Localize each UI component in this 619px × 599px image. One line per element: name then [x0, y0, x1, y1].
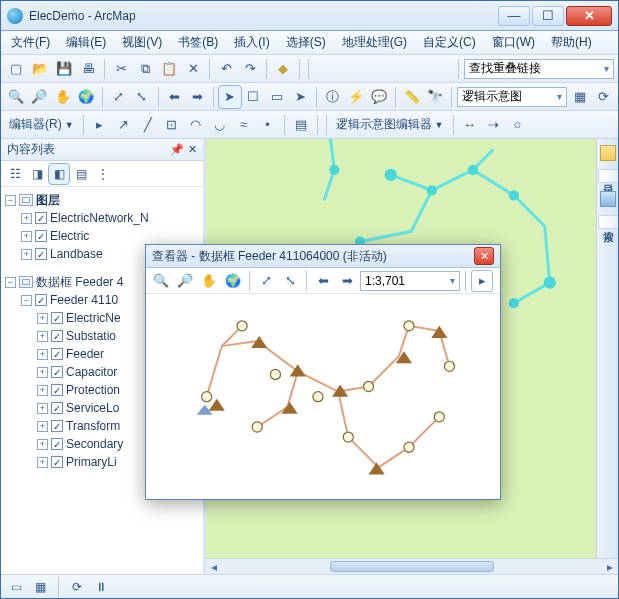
options-icon[interactable]: ⋮ — [93, 164, 113, 184]
layer-checkbox[interactable] — [35, 294, 47, 306]
viewer-next-icon[interactable]: ➡ — [336, 270, 358, 292]
open-icon[interactable]: 📂 — [29, 58, 51, 80]
schematic-link-icon[interactable]: ⇢ — [483, 114, 505, 136]
refresh-icon[interactable]: ⟳ — [68, 578, 86, 596]
fixed-zoom-in-icon[interactable]: ⤢ — [108, 86, 129, 108]
menu-bookmarks[interactable]: 书签(B) — [174, 32, 222, 53]
search-tab[interactable]: 搜索 — [598, 215, 618, 229]
layer-checkbox[interactable] — [51, 348, 63, 360]
data-view-icon[interactable]: ▭ — [7, 578, 25, 596]
find-overlap-combo[interactable]: 查找重叠链接 — [464, 59, 614, 79]
viewer-zoom-out-icon[interactable]: 🔎 — [174, 270, 196, 292]
layer-item[interactable]: Capacitor — [66, 365, 117, 379]
edit-trace-icon[interactable]: ≈ — [233, 114, 255, 136]
layer-checkbox[interactable] — [35, 248, 47, 260]
minimize-button[interactable]: — — [498, 6, 530, 26]
layer-item[interactable]: Electric — [50, 229, 89, 243]
edit-node-icon[interactable]: ⊡ — [161, 114, 183, 136]
scroll-thumb[interactable] — [330, 561, 495, 572]
viewer-close-button[interactable]: ✕ — [474, 247, 494, 265]
edit-sketch-icon[interactable]: ◠ — [185, 114, 207, 136]
menu-file[interactable]: 文件(F) — [7, 32, 54, 53]
menu-windows[interactable]: 窗口(W) — [488, 32, 539, 53]
feeder-group[interactable]: Feeder 4110 — [50, 293, 118, 307]
catalog-tab[interactable]: 目录 — [598, 169, 618, 183]
viewer-scale-combo[interactable]: 1:3,701 — [360, 271, 460, 291]
select-elements-icon[interactable]: ▭ — [266, 86, 287, 108]
layer-item[interactable]: ElectricNetwork_N — [50, 211, 149, 225]
expand-icon[interactable]: + — [21, 213, 32, 224]
edit-vertex-icon[interactable]: ↗ — [113, 114, 135, 136]
editor-dropdown[interactable]: 编辑器(R) ▼ — [5, 116, 78, 133]
layer-checkbox[interactable] — [51, 420, 63, 432]
scroll-left-icon[interactable]: ◂ — [206, 559, 222, 574]
layer-item[interactable]: ServiceLo — [66, 401, 119, 415]
pin-icon[interactable]: 📌 — [170, 143, 184, 156]
zoom-out-icon[interactable]: 🔎 — [28, 86, 49, 108]
expand-icon[interactable]: + — [37, 313, 48, 324]
measure-icon[interactable]: 📏 — [401, 86, 422, 108]
layer-checkbox[interactable] — [51, 312, 63, 324]
zoom-in-icon[interactable]: 🔍 — [5, 86, 26, 108]
select-features-icon[interactable]: ➤ — [219, 86, 240, 108]
schematic-move-icon[interactable]: ↔ — [459, 114, 481, 136]
menu-geoprocessing[interactable]: 地理处理(G) — [338, 32, 411, 53]
menu-insert[interactable]: 插入(I) — [230, 32, 273, 53]
collapse-icon[interactable]: − — [21, 295, 32, 306]
expand-icon[interactable]: + — [37, 403, 48, 414]
scroll-right-icon[interactable]: ▸ — [602, 559, 618, 574]
html-popup-icon[interactable]: 💬 — [369, 86, 390, 108]
clear-selection-icon[interactable]: ☐ — [243, 86, 264, 108]
pause-draw-icon[interactable]: ⏸ — [92, 578, 110, 596]
save-icon[interactable]: 💾 — [53, 58, 75, 80]
cut-icon[interactable]: ✂ — [110, 58, 132, 80]
pointer-icon[interactable]: ➤ — [290, 86, 311, 108]
edit-attributes-icon[interactable]: ▤ — [290, 114, 312, 136]
new-icon[interactable]: ▢ — [5, 58, 27, 80]
expand-icon[interactable]: + — [21, 231, 32, 242]
find-icon[interactable]: 🔭 — [425, 86, 446, 108]
list-by-visible-icon[interactable]: ◧ — [49, 164, 69, 184]
viewer-window[interactable]: 查看器 - 数据框 Feeder 411064000 (非活动) ✕ 🔍 🔎 ✋… — [145, 244, 501, 500]
viewer-canvas[interactable] — [146, 294, 500, 499]
group-layers[interactable]: 图层 — [36, 192, 60, 209]
horizontal-scrollbar[interactable]: ◂ ▸ — [206, 558, 618, 574]
identify-icon[interactable]: ⓘ — [322, 86, 343, 108]
layer-checkbox[interactable] — [35, 230, 47, 242]
add-data-icon[interactable]: ◆ — [272, 58, 294, 80]
group-feeder[interactable]: 数据框 Feeder 4 — [36, 274, 123, 291]
expand-icon[interactable]: + — [37, 421, 48, 432]
collapse-icon[interactable]: − — [5, 277, 16, 288]
layer-item[interactable]: Feeder — [66, 347, 104, 361]
viewer-full-extent-icon[interactable]: 🌍 — [222, 270, 244, 292]
layer-item[interactable]: Substatio — [66, 329, 116, 343]
layer-item[interactable]: ElectricNe — [66, 311, 121, 325]
layer-item[interactable]: Transform — [66, 419, 120, 433]
expand-icon[interactable]: + — [37, 457, 48, 468]
edit-arc-icon[interactable]: ◡ — [209, 114, 231, 136]
expand-icon[interactable]: + — [37, 349, 48, 360]
menu-customize[interactable]: 自定义(C) — [419, 32, 480, 53]
print-icon[interactable]: 🖶 — [77, 58, 99, 80]
viewer-titlebar[interactable]: 查看器 - 数据框 Feeder 411064000 (非活动) ✕ — [146, 245, 500, 268]
layer-checkbox[interactable] — [51, 438, 63, 450]
undo-icon[interactable]: ↶ — [215, 58, 237, 80]
schematic-combo[interactable]: 逻辑示意图 — [457, 87, 567, 107]
layer-item[interactable]: Protection — [66, 383, 120, 397]
list-by-source-icon[interactable]: ◨ — [27, 164, 47, 184]
paste-icon[interactable]: 📋 — [158, 58, 180, 80]
menu-help[interactable]: 帮助(H) — [547, 32, 596, 53]
viewer-zoom-in-icon[interactable]: 🔍 — [150, 270, 172, 292]
expand-icon[interactable]: + — [21, 249, 32, 260]
fixed-zoom-out-icon[interactable]: ⤡ — [131, 86, 152, 108]
expand-icon[interactable]: + — [37, 439, 48, 450]
layer-checkbox[interactable] — [51, 384, 63, 396]
schematic-tool-icon[interactable]: ▦ — [569, 86, 590, 108]
next-extent-icon[interactable]: ➡ — [187, 86, 208, 108]
layer-item[interactable]: Landbase — [50, 247, 103, 261]
menu-view[interactable]: 视图(V) — [118, 32, 166, 53]
list-by-select-icon[interactable]: ▤ — [71, 164, 91, 184]
edit-straight-icon[interactable]: ╱ — [137, 114, 159, 136]
prev-extent-icon[interactable]: ⬅ — [163, 86, 184, 108]
viewer-fixed-out-icon[interactable]: ⤡ — [279, 270, 301, 292]
